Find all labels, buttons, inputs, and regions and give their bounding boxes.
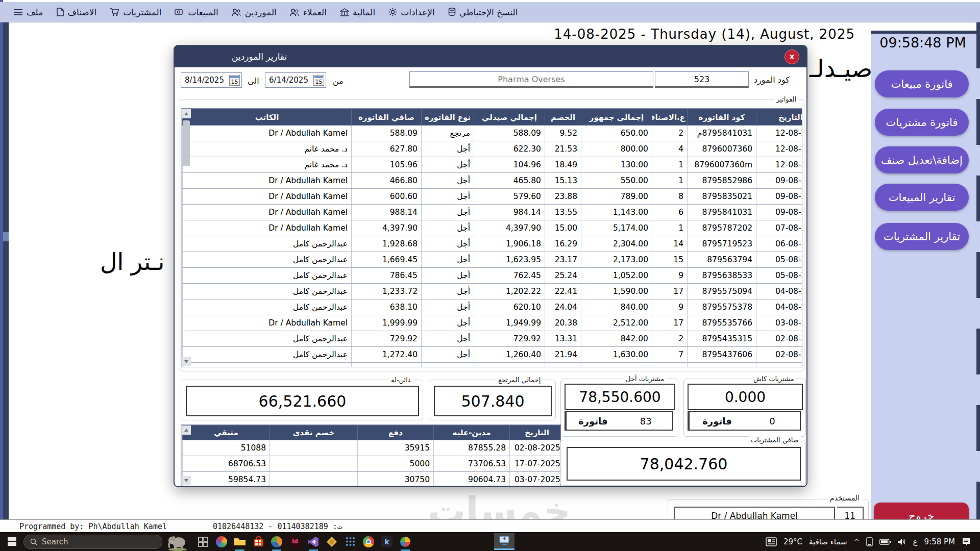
column-header[interactable]: صافي الفاتورة: [352, 109, 422, 126]
column-header[interactable]: دفع: [358, 425, 434, 440]
column-header[interactable]: التاريخ: [756, 109, 803, 126]
date-to-field[interactable]: 8/14/2025 15: [181, 72, 242, 88]
column-header[interactable]: الكاتب: [183, 109, 352, 126]
background-pharmacy-name-fragment: نـتر ال: [100, 248, 164, 276]
k-app-icon[interactable]: k: [380, 534, 394, 549]
column-header[interactable]: متبقي: [183, 425, 270, 440]
column-header[interactable]: كود الفاتورة: [688, 109, 756, 126]
language-indicator[interactable]: ع: [913, 537, 918, 546]
menu-item-7[interactable]: الإعدادات: [382, 7, 442, 17]
indesign-icon[interactable]: Id: [288, 534, 302, 549]
cell: 21.53: [545, 141, 581, 157]
menu-item-0[interactable]: ملف: [7, 7, 50, 17]
yellow-tool-icon[interactable]: [325, 534, 339, 549]
pie-browser-icon[interactable]: [270, 534, 284, 549]
scroll-down-icon[interactable]: [182, 476, 191, 485]
table-row[interactable]: 04-08-202587955753789840.0024.04620.10أج…: [183, 299, 803, 315]
menu-item-8[interactable]: النسخ الإحتياطي: [442, 7, 525, 17]
table-row[interactable]: 09-08-202587958529861550.0015.13465.80أج…: [183, 173, 803, 189]
column-header[interactable]: نوع الفاتورة: [422, 109, 474, 126]
supplier-name-field[interactable]: Pharma Overses: [409, 71, 653, 88]
column-header[interactable]: مدين-عليه: [434, 425, 510, 440]
column-header[interactable]: خصم نقدي: [270, 425, 358, 440]
menu-item-1[interactable]: الاصناف: [50, 7, 103, 17]
menu-item-5[interactable]: العملاء: [283, 7, 333, 17]
column-header[interactable]: الخصم: [545, 109, 581, 126]
news-widget-icon[interactable]: [766, 537, 777, 546]
pharmacy-app-taskbar-button[interactable]: [494, 533, 514, 550]
table-row[interactable]: 09-08-202587958350218789.0023.88579.60أج…: [183, 189, 803, 205]
table-row[interactable]: 05-08-2025879563853391,052.0025.24762.45…: [183, 268, 803, 284]
table-row[interactable]: 12-08-20258795841031م2650.009.52588.09مر…: [183, 126, 803, 141]
sidebar-button-0[interactable]: فاتورة مبيعات: [875, 70, 969, 97]
file-explorer-icon[interactable]: [233, 534, 247, 549]
table-row[interactable]: 03-07-202590604.733075059854.73: [183, 472, 561, 487]
table-row[interactable]: 17-07-202573706.53500068706.53: [183, 456, 561, 472]
tray-expand-icon[interactable]: ^: [854, 538, 860, 545]
calendar-icon[interactable]: 15: [313, 75, 324, 86]
table-row[interactable]: 02-08-202587855.283591551088: [183, 440, 561, 456]
close-icon[interactable]: X: [785, 49, 799, 64]
table-row[interactable]: 02-08-2025879543760671,630.0021.941,260.…: [183, 347, 803, 363]
menu-item-3[interactable]: المبيعات: [168, 7, 225, 17]
invoices-scrollbar[interactable]: [181, 109, 182, 367]
table-row[interactable]: 12-08-20258796007360m1130.0018.49104.96أ…: [183, 157, 803, 173]
menu-item-6[interactable]: المالية: [333, 7, 382, 17]
sidebar-button-4[interactable]: تقارير المشتريات: [875, 223, 969, 250]
scroll-thumb[interactable]: [183, 120, 190, 166]
menu-bar: ملفالاصنافالمشترياتالمبيعاتالموردينالعمل…: [0, 2, 980, 22]
search-input[interactable]: Search: [23, 535, 162, 549]
column-header[interactable]: التاريخ: [510, 425, 561, 440]
table-row[interactable]: 06-08-20258795719523142,304.0016.291,906…: [183, 236, 803, 252]
dialog-title-bar[interactable]: تقارير الموردين X: [175, 46, 806, 67]
money-icon: [175, 8, 184, 16]
right-edge-scrollbar[interactable]: [976, 22, 980, 532]
start-button[interactable]: [0, 532, 23, 551]
color-wheel-icon[interactable]: [214, 534, 229, 549]
visual-studio-icon[interactable]: [306, 534, 321, 549]
table-row[interactable]: 04-08-20258795575094171,590.0022.411,202…: [183, 284, 803, 299]
table-row[interactable]: 07-08-2025879578720215,174.0015.004,397.…: [183, 220, 803, 236]
blue-grid-icon[interactable]: [343, 534, 357, 549]
table-row[interactable]: 12-08-202587960073604800.0021.53622.30أج…: [183, 141, 803, 157]
payments-scrollbar[interactable]: [181, 425, 182, 486]
table-row[interactable]: 09-08-2025879584103161,143.0013.55984.14…: [183, 205, 803, 220]
left-scroll-thumb[interactable]: [3, 232, 9, 241]
cell: 465.80: [474, 173, 545, 189]
cell: 4: [652, 141, 688, 157]
column-header[interactable]: ع.الاصناف: [652, 109, 688, 126]
date-from-field[interactable]: 6/14/2025 15: [265, 72, 326, 88]
column-header[interactable]: إجمالي جمهور: [581, 109, 652, 126]
menu-item-4[interactable]: الموردين: [225, 7, 283, 17]
date-line: 14-08-2025 - Thursday (14), August, 2025: [554, 27, 855, 42]
photos-icon[interactable]: [398, 534, 412, 549]
table-row[interactable]: 02-08-202587954353152842.0013.31729.92أج…: [183, 331, 803, 347]
battery-icon[interactable]: [879, 539, 891, 545]
table-row[interactable]: 03-08-20258795535766172,512.0020.381,949…: [183, 315, 803, 331]
calendar-icon[interactable]: 15: [229, 75, 240, 86]
cell: 09-08-2025: [756, 173, 803, 189]
cell: 8795852986: [688, 173, 756, 189]
weather-desc[interactable]: سماء صافية: [809, 537, 847, 546]
column-header[interactable]: إجمالي صيدلي: [474, 109, 545, 126]
table-row[interactable]: 05-08-2025879563794152,173.0023.171,623.…: [183, 252, 803, 268]
sidebar-button-2[interactable]: إضافة\تعديل صنف: [875, 146, 969, 173]
scroll-down-icon[interactable]: [182, 357, 191, 366]
store-icon[interactable]: [251, 534, 265, 549]
task-view-icon[interactable]: [196, 534, 210, 549]
sidebar-button-1[interactable]: فاتورة مشتريات: [875, 109, 969, 136]
tray-time[interactable]: 9:58 PM: [924, 537, 955, 546]
cell: 9: [652, 268, 688, 284]
weather-temp[interactable]: 29°C: [783, 537, 802, 546]
menu-item-2[interactable]: المشتريات: [103, 7, 168, 17]
phone-link-icon[interactable]: [866, 537, 873, 546]
scroll-up-icon[interactable]: [182, 109, 191, 118]
speaker-icon[interactable]: [897, 538, 906, 546]
chrome-icon[interactable]: [361, 534, 376, 549]
notification-icon[interactable]: [962, 538, 971, 546]
sidebar-button-3[interactable]: تقارير المبيعات: [875, 184, 969, 211]
cart-icon: [110, 8, 119, 16]
supplier-code-field[interactable]: 523: [655, 71, 749, 88]
scroll-up-icon[interactable]: [182, 425, 191, 435]
cell: 786.45: [352, 268, 422, 284]
